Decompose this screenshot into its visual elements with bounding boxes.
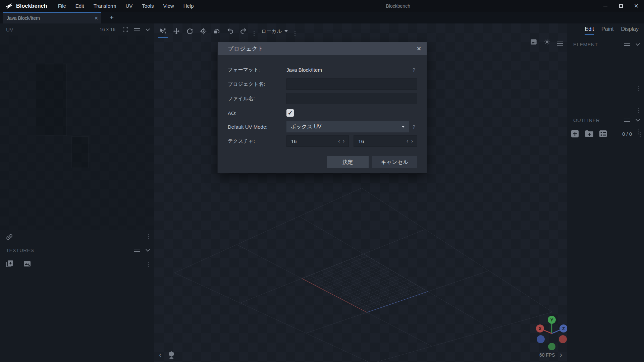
tool-rotate[interactable] [183,24,197,38]
toggle-list-view-icon[interactable] [599,130,607,138]
texture-width-value: 16 [291,138,338,144]
background-image-icon[interactable] [530,38,537,46]
uv-row-kebab-icon[interactable] [148,234,149,235]
undo-button[interactable] [223,24,237,38]
tab-paint-mode[interactable]: Paint [601,26,613,35]
menu-transform[interactable]: Transform [89,0,121,12]
element-panel-header: ELEMENT [567,39,644,50]
brightness-icon[interactable] [543,38,551,46]
confirm-button[interactable]: 決定 [327,156,369,168]
ao-checkbox[interactable]: ✓ [286,109,294,117]
uv-face-ghost [72,137,88,168]
project-dialog-header[interactable]: プロジェクト × [218,42,427,55]
menu-help[interactable]: Help [179,0,199,12]
panel-menu-icon[interactable] [134,249,140,252]
mode-tabs: Edit Paint Display [567,26,644,35]
menu-uv[interactable]: UV [121,0,138,12]
file-name-label: ファイル名: [228,96,286,102]
project-dialog-title: プロジェクト [218,45,264,53]
blockbench-logo-icon [5,3,13,9]
next-angle-icon[interactable]: › [560,351,562,359]
menu-view[interactable]: View [158,0,178,12]
dialog-buttons: 決定 キャンセル [218,156,417,168]
tool-move[interactable] [170,24,183,38]
orientation-gizmo[interactable]: Y X Z [533,312,570,353]
tool-pivot[interactable] [197,24,210,38]
redo-button[interactable] [237,24,250,38]
toolbar-kebab-icon[interactable] [294,31,296,32]
outliner-panel-header: OUTLINER [567,115,644,125]
tab-close-button[interactable]: × [91,15,101,22]
textures-kebab-icon[interactable] [148,262,149,263]
height-spinner-icon[interactable]: ‹ › [407,138,414,144]
player-model-icon[interactable] [167,351,175,359]
tab-java-block-item[interactable]: Java Block/Item × [3,12,101,23]
uv-mode-select[interactable]: ボックス UV [286,121,409,132]
panel-menu-icon[interactable] [134,28,140,31]
ao-row: AO: ✓ [228,107,417,119]
tool-vertex-snap[interactable] [156,24,170,38]
add-cube-icon[interactable] [571,130,579,138]
window-title: Blockbench [199,3,598,9]
prev-angle-icon[interactable]: ‹ [159,351,161,359]
viewport-menu-icon[interactable] [557,42,563,42]
new-tab-button[interactable]: + [107,12,117,23]
format-help-button[interactable]: ? [413,67,415,73]
format-value: Java Block/Item [286,67,322,73]
fullscreen-icon[interactable] [123,27,128,32]
toolbar-slot-kebab-icon[interactable] [638,86,639,87]
texture-width-field[interactable]: 16 ‹ › [286,135,349,147]
textures-toolbar [0,258,154,269]
add-group-icon[interactable] [585,130,593,138]
cancel-button[interactable]: キャンセル [372,156,417,168]
transform-space-dropdown[interactable]: ローカル [258,26,291,37]
close-window-button[interactable]: × [629,0,644,12]
uv-bottom-row [0,231,154,243]
toolbar-slot-kebab-icon[interactable] [638,108,639,109]
tab-edit-mode[interactable]: Edit [585,26,594,35]
format-row: フォーマット: Java Block/Item ? [228,64,417,75]
toolbar-kebab-icon[interactable] [254,31,255,32]
collapse-panel-icon[interactable] [636,117,640,122]
maximize-button[interactable] [613,0,629,12]
viewport-bottom-right: 60 FPS › [539,351,562,359]
create-texture-icon[interactable] [5,259,14,268]
tab-bar: Java Block/Item × + [0,12,644,23]
uv-size-label: 16 × 16 [100,27,115,32]
import-texture-icon[interactable] [23,259,32,268]
collapse-panel-icon[interactable] [636,42,640,46]
panel-menu-icon[interactable] [624,119,630,122]
panel-menu-icon[interactable] [624,43,630,46]
minimize-button[interactable] [598,0,613,12]
blockbench-window: Blockbench File Edit Transform UV Tools … [0,0,644,362]
menu-tools[interactable]: Tools [137,0,158,12]
fps-counter: 60 FPS [539,352,555,358]
tool-rotate-origin[interactable] [210,24,223,38]
uv-mode-help-button[interactable]: ? [413,124,415,130]
file-name-row: ファイル名: [228,93,417,104]
gizmo-y-label: Y [550,317,553,322]
transform-space-value: ローカル [261,28,282,35]
collapse-panel-icon[interactable] [146,247,150,252]
left-panel: UV 16 × 16 TEXTURES [0,23,154,362]
texture-size-row: テクスチャ: 16 ‹ › 16 ‹ › [228,135,417,147]
uv-panel-title: UV [0,27,13,33]
dropdown-caret-icon [284,30,288,32]
main-toolbar: ローカル [156,24,299,38]
menu-edit[interactable]: Edit [71,0,89,12]
menu-file[interactable]: File [53,0,71,12]
dialog-close-button[interactable]: × [411,45,427,53]
outliner-kebab-icon[interactable] [640,132,641,133]
uv-panel-header: UV 16 × 16 [0,24,154,35]
uv-editor-canvas[interactable] [0,36,154,230]
collapse-panel-icon[interactable] [146,27,150,31]
textures-panel-header: TEXTURES [0,245,154,255]
texture-height-field[interactable]: 16 ‹ › [354,135,417,147]
uv-mode-value: ボックス UV [290,123,401,130]
project-name-input[interactable] [286,78,417,90]
link-uv-icon[interactable] [5,233,13,241]
right-sidebar: Edit Paint Display ELEMENT OUTLINER [567,23,644,362]
file-name-input[interactable] [286,93,417,104]
width-spinner-icon[interactable]: ‹ › [338,138,345,144]
tab-display-mode[interactable]: Display [621,26,639,35]
